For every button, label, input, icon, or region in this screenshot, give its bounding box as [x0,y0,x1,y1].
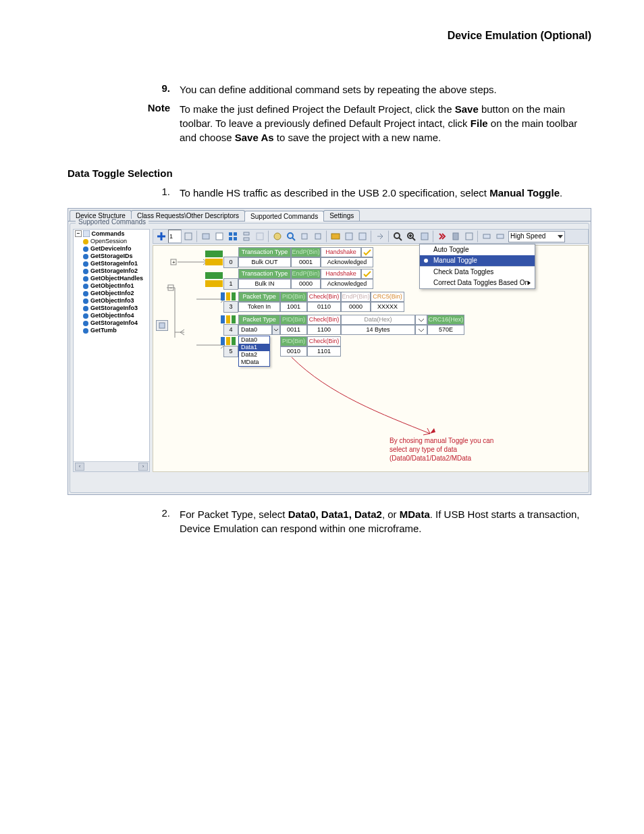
toggle-menu: Auto Toggle Manual Toggle Check Data Tog… [419,244,535,289]
svg-rect-2 [203,234,209,239]
list-number: 9. [69,82,180,94]
svg-rect-32 [205,272,223,279]
option-mdata[interactable]: MData [239,359,269,366]
value-row[interactable]: Token In 1001 0110 0000 XXXXX [238,302,404,312]
bullet-icon [83,254,88,259]
tb-btn[interactable] [329,230,342,243]
svg-rect-37 [221,315,225,323]
option-data1[interactable]: Data1 [239,344,269,351]
svg-point-11 [274,233,281,240]
note-text: To make the just defined Project the Def… [180,102,591,145]
header-row: Packet Type PID(Bin) Check(Bin) Data(Hex… [238,315,464,325]
tree-item: OpenSession [74,238,149,245]
transaction-icon [205,270,223,289]
svg-rect-16 [346,233,352,240]
tree-item: GetStorageInfo2 [74,267,149,275]
app-window: Device Structure Class Requests\Other De… [68,208,591,495]
tree-item: GetStorageInfo3 [74,305,149,312]
svg-rect-10 [257,233,263,240]
bullet-icon [83,328,88,334]
bullet-icon [83,239,88,244]
menu-correct-toggles[interactable]: Correct Data Toggles Based On [420,278,535,288]
tree-item: GetDeviceInfo [74,245,149,253]
bullet-icon [83,284,88,289]
bullet-icon [83,246,88,252]
bullet-icon [83,261,88,267]
chevron-down-icon [272,325,280,335]
svg-rect-21 [453,233,458,240]
svg-rect-15 [331,234,340,239]
row-number: 4 [223,324,238,336]
svg-rect-8 [244,232,249,235]
svg-rect-40 [221,337,225,345]
bullet-icon [83,269,88,274]
zoom-in-icon[interactable] [404,230,418,243]
toolbar: 1 High Speed [153,229,589,244]
tb-btn[interactable] [240,230,253,243]
tree-item: GetObjectInfo3 [74,297,149,305]
tb-btn[interactable] [311,230,325,243]
tb-btn[interactable] [298,230,311,243]
tb-btn[interactable] [480,230,493,243]
row-number: 3 [223,301,238,313]
step-text: For Packet Type, select Data0, Data1, Da… [180,507,591,536]
packet-type-dropdown: Data0 Data1 Data2 MData [238,336,270,367]
tb-btn[interactable] [199,230,213,243]
tb-btn[interactable] [356,230,369,243]
menu-check-toggles[interactable]: Check Data Toggles [420,266,535,278]
add-icon[interactable] [155,230,168,243]
svg-point-12 [288,233,293,238]
transaction-icon [205,249,223,267]
bullet-icon [83,298,88,304]
toggle-icon[interactable] [435,230,449,243]
tree-item: GetStorageIDs [74,253,149,260]
row-number: 1 [223,278,238,290]
tb-btn[interactable] [213,230,226,243]
svg-rect-31 [205,259,223,265]
speed-select[interactable]: High Speed [508,231,565,242]
tree-item: GetStorageInfo4 [74,319,149,327]
value-row[interactable]: Bulk OUT 0001 Acknowledged [238,257,373,267]
header-row: PID(Bin) Check(Bin) [280,336,341,346]
counter-field[interactable]: 1 [168,230,182,243]
handshake-icon [361,269,373,279]
tb-btn[interactable] [493,230,507,243]
submenu-arrow-icon [528,281,531,285]
command-tree[interactable]: − Commands OpenSession GetDeviceInfo Get… [73,229,150,472]
menu-manual-toggle[interactable]: Manual Toggle [420,255,535,266]
svg-rect-14 [315,234,321,239]
svg-rect-36 [232,292,236,301]
svg-rect-33 [205,280,223,287]
handshake-icon [361,247,373,257]
tb-btn[interactable] [449,230,462,243]
svg-rect-35 [226,292,230,301]
svg-rect-34 [221,292,225,301]
tb-btn[interactable] [182,230,195,243]
svg-rect-7 [234,237,237,240]
tb-btn[interactable] [373,230,387,243]
header-row: Transaction Type EndP(Bin) Handshake [238,269,373,279]
tree-item: GetTumb [74,327,149,334]
search-icon[interactable] [284,230,298,243]
option-data0[interactable]: Data0 [239,336,269,344]
svg-rect-0 [83,230,90,237]
tb-btn[interactable] [342,230,356,243]
svg-rect-6 [229,237,232,240]
tb-btn[interactable] [418,230,431,243]
value-row[interactable]: Data0 0011 1100 14 Bytes 570E [238,325,464,335]
bullet-icon [83,291,88,296]
tab-supported-commands[interactable]: Supported Commands [244,211,324,221]
tree-root[interactable]: − Commands [74,230,149,238]
tb-btn[interactable] [462,230,476,243]
tb-btn[interactable] [226,230,240,243]
tb-btn[interactable] [253,230,267,243]
tb-btn[interactable] [271,230,284,243]
svg-rect-38 [226,315,230,323]
menu-auto-toggle[interactable]: Auto Toggle [420,244,535,255]
tree-item: GetObjectInfo4 [74,312,149,319]
option-data2[interactable]: Data2 [239,351,269,359]
tree-scrollbar[interactable]: ‹› [74,461,149,471]
tab-settings[interactable]: Settings [323,210,360,221]
zoom-fit-icon[interactable] [391,230,404,243]
value-row[interactable]: Bulk IN 0000 Acknowledged [238,279,373,289]
